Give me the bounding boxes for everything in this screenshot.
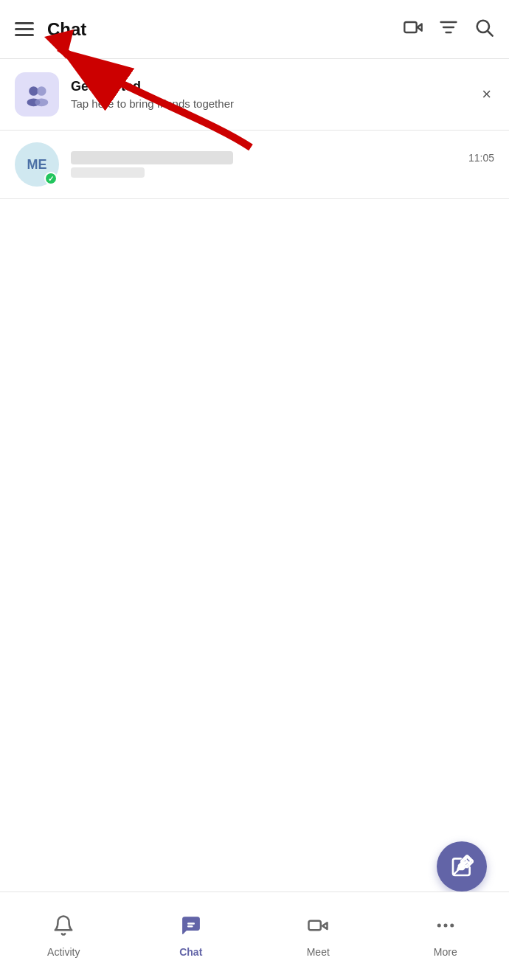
- filter-icon[interactable]: [438, 17, 459, 42]
- more-dots-icon: [434, 914, 457, 942]
- svg-point-6: [29, 86, 38, 96]
- svg-point-17: [443, 924, 447, 928]
- banner-close-button[interactable]: ×: [479, 82, 494, 107]
- nav-item-meet[interactable]: Meet: [254, 907, 382, 965]
- avatar: ME: [15, 142, 59, 187]
- chat-list-item[interactable]: ME 11:05: [0, 131, 509, 199]
- nav-item-activity[interactable]: Activity: [0, 907, 128, 965]
- banner-avatar: [15, 72, 59, 117]
- banner-subtitle: Tap here to bring friends together: [71, 97, 467, 110]
- nav-label-chat: Chat: [179, 946, 202, 958]
- video-camera-icon[interactable]: [403, 17, 423, 42]
- bottom-navigation: Activity Chat Meet More: [0, 892, 509, 980]
- header-actions: [403, 17, 494, 42]
- nav-label-more: More: [434, 946, 457, 958]
- nav-item-more[interactable]: More: [382, 907, 510, 965]
- app-header: Chat: [0, 0, 509, 59]
- svg-rect-15: [309, 921, 321, 931]
- page-title: Chat: [47, 19, 86, 40]
- banner-title: Get started: [71, 79, 467, 94]
- header-left: Chat: [15, 19, 86, 40]
- bell-icon: [52, 914, 75, 942]
- get-started-banner[interactable]: Get started Tap here to bring friends to…: [0, 59, 509, 131]
- svg-line-5: [488, 31, 492, 35]
- online-status-badge: [44, 172, 58, 185]
- new-chat-fab[interactable]: [437, 841, 487, 892]
- chat-time: 11:05: [468, 152, 494, 164]
- banner-text-area: Get started Tap here to bring friends to…: [71, 79, 467, 110]
- chat-list: ME 11:05: [0, 131, 509, 199]
- chat-preview-blurred: [71, 167, 145, 178]
- video-icon: [307, 914, 329, 942]
- hamburger-menu-button[interactable]: [15, 22, 34, 36]
- svg-point-9: [35, 98, 48, 106]
- nav-label-activity: Activity: [47, 946, 80, 958]
- svg-point-16: [437, 924, 441, 928]
- svg-rect-0: [404, 22, 416, 32]
- search-icon[interactable]: [474, 17, 494, 42]
- svg-point-18: [450, 924, 454, 928]
- chat-name-row: 11:05: [71, 151, 494, 164]
- nav-item-chat[interactable]: Chat: [128, 907, 255, 965]
- svg-point-7: [37, 86, 46, 96]
- nav-label-meet: Meet: [307, 946, 330, 958]
- avatar-initials: ME: [27, 157, 47, 173]
- chat-info: 11:05: [71, 151, 494, 178]
- chat-name-blurred: [71, 151, 233, 164]
- chat-bubble-icon: [180, 914, 202, 942]
